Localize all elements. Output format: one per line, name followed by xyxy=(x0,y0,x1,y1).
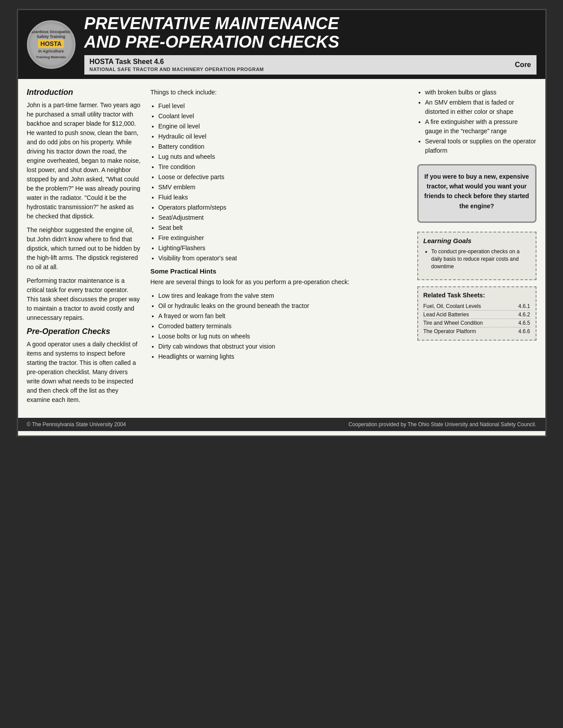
col-right-list: with broken bulbs or glass An SMV emblem… xyxy=(425,88,537,155)
footer: © The Pennsylvania State University 2004… xyxy=(18,418,545,431)
list-item: Loose or defective parts xyxy=(159,173,408,182)
related-title: Related Task Sheets: xyxy=(423,292,530,299)
header: Hazardous Occupations Safety Training HO… xyxy=(18,10,545,79)
practical-hints-title: Some Practical Hints xyxy=(151,267,408,275)
list-item: Coolant level xyxy=(159,112,408,121)
list-item: Seat belt xyxy=(159,223,408,233)
main-title: PREVENTATIVE MAINTENANCE AND PRE-OPERATI… xyxy=(84,15,537,52)
list-item: Low tires and leakage from the valve ste… xyxy=(159,291,408,300)
col-middle: Things to check include: Fuel level Cool… xyxy=(151,88,417,409)
list-item: A frayed or worn fan belt xyxy=(159,311,408,321)
question-text: If you were to buy a new, expensive trac… xyxy=(424,172,530,211)
question-box: If you were to buy a new, expensive trac… xyxy=(417,164,537,223)
related-row: Lead Acid Batteries 4.6.2 xyxy=(423,311,530,319)
list-item: Lug nuts and wheels xyxy=(159,152,408,161)
list-item: Visibility from operator's seat xyxy=(159,254,408,263)
list-item: An SMV emblem that is faded or distorted… xyxy=(425,98,537,116)
introduction-title: Introduction xyxy=(27,88,142,97)
pre-op-para-1: A good operator uses a daily checklist o… xyxy=(27,340,142,405)
list-item: Engine oil level xyxy=(159,122,408,131)
logo: Hazardous Occupations Safety Training HO… xyxy=(27,20,76,69)
list-item: Battery condition xyxy=(159,142,408,151)
list-item: Fluid leaks xyxy=(159,193,408,202)
things-to-check-label: Things to check include: xyxy=(151,88,408,97)
related-row: Tire and Wheel Condition 4.6.5 xyxy=(423,319,530,327)
list-item: A fire extinguisher with a pressure gaug… xyxy=(425,117,537,136)
header-title-block: PREVENTATIVE MAINTENANCE AND PRE-OPERATI… xyxy=(84,15,537,75)
learning-goals-list: To conduct pre-operation checks on a dai… xyxy=(431,248,530,270)
hints-list: Low tires and leakage from the valve ste… xyxy=(159,291,408,361)
list-item: Several tools or supplies on the operato… xyxy=(425,137,537,155)
related-number: 4.6.5 xyxy=(518,320,530,326)
related-label: The Operator Platform xyxy=(423,328,476,334)
related-number: 4.6.2 xyxy=(518,311,530,318)
list-item: Dirty cab windows that obstruct your vis… xyxy=(159,342,408,351)
related-number: 4.6.6 xyxy=(518,328,530,334)
logo-hosta-text: HOSTA xyxy=(38,39,64,48)
related-label: Lead Acid Batteries xyxy=(423,311,469,318)
program-label: NATIONAL SAFE TRACTOR AND MACHINERY OPER… xyxy=(90,67,264,72)
learning-goals-title: Learning Goals xyxy=(423,237,530,244)
related-label: Tire and Wheel Condition xyxy=(423,320,483,326)
list-item: Tire condition xyxy=(159,162,408,172)
list-item: Seat/Adjustment xyxy=(159,213,408,222)
list-item: Operators platform/steps xyxy=(159,203,408,212)
list-item: SMV emblem xyxy=(159,183,408,192)
list-item: Headlights or warning lights xyxy=(159,352,408,361)
intro-para-3: Performing tractor maintenance is a crit… xyxy=(27,276,142,323)
col-left: Introduction John is a part-time farmer.… xyxy=(27,88,151,409)
list-item: with broken bulbs or glass xyxy=(425,88,537,97)
main-content: Introduction John is a part-time farmer.… xyxy=(18,79,545,413)
core-label: Core xyxy=(515,61,531,69)
task-sheet-label: HOSTA Task Sheet 4.6 xyxy=(90,58,264,66)
pre-operation-title: Pre-Operation Checks xyxy=(27,327,142,336)
list-item: Fire extinguisher xyxy=(159,233,408,243)
related-row: Fuel, Oil, Coolant Levels 4.6.1 xyxy=(423,302,530,311)
list-item: Loose bolts or lug nuts on wheels xyxy=(159,332,408,341)
practical-hints-intro: Here are several things to look for as y… xyxy=(151,278,408,287)
related-task-sheets-box: Related Task Sheets: Fuel, Oil, Coolant … xyxy=(417,286,537,341)
footer-right: Cooperation provided by The Ohio State U… xyxy=(348,421,536,428)
related-number: 4.6.1 xyxy=(518,303,530,309)
col-right: with broken bulbs or glass An SMV emblem… xyxy=(417,88,537,409)
learning-goals-box: Learning Goals To conduct pre-operation … xyxy=(417,232,537,280)
list-item: Corroded battery terminals xyxy=(159,322,408,331)
intro-para-2: The neighbor suggested the engine oil, b… xyxy=(27,225,142,272)
checklist: Fuel level Coolant level Engine oil leve… xyxy=(159,101,408,263)
intro-para-1: John is a part-time farmer. Two years ag… xyxy=(27,101,142,221)
list-item: Oil or hydraulic leaks on the ground ben… xyxy=(159,301,408,311)
subtitle-box: HOSTA Task Sheet 4.6 NATIONAL SAFE TRACT… xyxy=(84,55,537,75)
list-item: To conduct pre-operation checks on a dai… xyxy=(431,248,530,270)
list-item: Lighting/Flashers xyxy=(159,244,408,253)
related-row: The Operator Platform 4.6.6 xyxy=(423,327,530,335)
list-item: Hydraulic oil level xyxy=(159,132,408,141)
related-label: Fuel, Oil, Coolant Levels xyxy=(423,303,481,309)
list-item: Fuel level xyxy=(159,101,408,111)
footer-left: © The Pennsylvania State University 2004 xyxy=(27,421,126,428)
